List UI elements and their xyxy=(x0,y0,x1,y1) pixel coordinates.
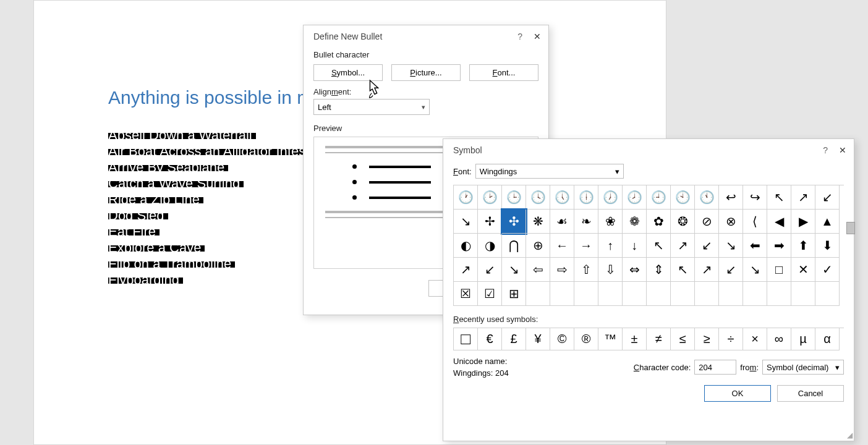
symbol-cell[interactable]: ↙ xyxy=(815,185,840,210)
symbol-cell[interactable] xyxy=(743,282,767,306)
symbol-cell[interactable] xyxy=(598,282,623,306)
symbol-cell[interactable]: ↖ xyxy=(767,185,791,210)
symbol-cell[interactable]: ☒ xyxy=(454,282,478,306)
symbol-cell[interactable]: ❁ xyxy=(623,210,647,234)
symbol-cell[interactable]: ↪ xyxy=(743,185,767,210)
alignment-select[interactable]: Left ▾ xyxy=(313,99,430,115)
symbol-cell[interactable]: ◀ xyxy=(767,210,791,234)
symbol-cell[interactable]: ◑ xyxy=(478,234,502,258)
symbol-cell[interactable]: ⊘ xyxy=(695,210,719,234)
symbol-cell[interactable] xyxy=(623,282,647,306)
recent-symbol-cell[interactable]: × xyxy=(743,328,767,350)
symbol-cell[interactable] xyxy=(671,282,695,306)
symbol-cell[interactable]: ▶ xyxy=(791,210,815,234)
symbol-cell[interactable] xyxy=(791,282,815,306)
symbol-cell[interactable] xyxy=(647,282,671,306)
symbol-cell[interactable]: ✕ xyxy=(791,258,815,282)
recent-symbol-cell[interactable]: ® xyxy=(574,328,598,350)
symbol-cell[interactable]: ☙ xyxy=(550,210,574,234)
symbol-cell[interactable]: 🕚 xyxy=(695,185,719,210)
recent-symbol-cell[interactable]: ± xyxy=(623,328,647,350)
symbol-cell[interactable]: → xyxy=(574,234,598,258)
symbol-cell[interactable] xyxy=(767,282,791,306)
symbol-cell[interactable]: ↙ xyxy=(695,234,719,258)
recent-symbol-cell[interactable]: ¥ xyxy=(526,328,550,350)
symbol-cell[interactable]: ◐ xyxy=(454,234,478,258)
symbol-cell[interactable]: ← xyxy=(550,234,574,258)
font-button[interactable]: Font... xyxy=(469,64,538,81)
symbol-cell[interactable]: ✢ xyxy=(478,210,502,234)
close-icon[interactable]: ✕ xyxy=(534,32,541,41)
symbol-cell[interactable]: ⊕ xyxy=(526,234,550,258)
symbol-button[interactable]: SSymbol...ymbol... xyxy=(313,64,383,81)
cancel-button[interactable]: Cancel xyxy=(777,385,844,402)
symbol-cell[interactable]: ⬇ xyxy=(815,234,840,258)
help-icon[interactable]: ? xyxy=(823,145,828,155)
symbol-cell[interactable]: ↑ xyxy=(598,234,623,258)
symbol-cell[interactable]: ↩ xyxy=(719,185,743,210)
from-select[interactable]: Symbol (decimal) ▾ xyxy=(762,360,844,375)
recent-symbol-cell[interactable]: £ xyxy=(502,328,526,350)
symbol-cell[interactable]: ❧ xyxy=(574,210,598,234)
symbol-cell[interactable]: ⬆ xyxy=(791,234,815,258)
symbol-cell[interactable]: ↙ xyxy=(478,258,502,282)
symbol-cell[interactable]: ⇕ xyxy=(647,258,671,282)
recent-symbol-cell[interactable]: ™ xyxy=(598,328,623,350)
symbol-cell[interactable]: ↘ xyxy=(719,234,743,258)
symbol-cell[interactable]: ↗ xyxy=(791,185,815,210)
symbol-cell[interactable]: ⬅ xyxy=(743,234,767,258)
resize-grip-icon[interactable]: ◢ xyxy=(847,431,853,439)
symbol-cell[interactable]: ↘ xyxy=(502,258,526,282)
font-select[interactable]: Wingdings ▾ xyxy=(475,164,624,179)
symbol-cell[interactable]: ↘ xyxy=(743,258,767,282)
symbol-cell[interactable]: ☑ xyxy=(478,282,502,306)
symbol-grid[interactable]: 🕐🕑🕒🕓🕔🕕🕖🕗🕘🕙🕚↩↪↖↗↙↘✢✣❋☙❧❀❁✿❂⊘⊗⟨◀▶▲◐◑⋂⊕←→↑↓… xyxy=(453,185,844,306)
symbol-cell[interactable]: ❋ xyxy=(526,210,550,234)
recent-symbol-cell[interactable]: ≤ xyxy=(671,328,695,350)
symbol-cell[interactable]: ➡ xyxy=(767,234,791,258)
recent-symbol-cell[interactable]: € xyxy=(478,328,502,350)
symbol-cell[interactable]: ⇧ xyxy=(574,258,598,282)
symbol-cell[interactable]: ↖ xyxy=(647,234,671,258)
symbol-cell[interactable]: ↘ xyxy=(454,210,478,234)
symbol-cell[interactable]: 🕙 xyxy=(671,185,695,210)
symbol-cell[interactable]: ⇨ xyxy=(550,258,574,282)
symbol-cell[interactable]: ⟨ xyxy=(743,210,767,234)
symbol-cell[interactable]: 🕕 xyxy=(574,185,598,210)
symbol-cell[interactable]: ⇦ xyxy=(526,258,550,282)
symbol-cell[interactable]: ✿ xyxy=(647,210,671,234)
recent-symbol-cell[interactable]: ≠ xyxy=(647,328,671,350)
symbol-cell[interactable]: 🕘 xyxy=(647,185,671,210)
symbol-cell[interactable]: ↗ xyxy=(695,258,719,282)
ok-button[interactable]: OK xyxy=(704,385,771,402)
help-icon[interactable]: ? xyxy=(517,32,522,41)
character-code-input[interactable]: 204 xyxy=(694,360,736,375)
symbol-cell[interactable] xyxy=(695,282,719,306)
symbol-cell[interactable]: 🕖 xyxy=(598,185,623,210)
recent-symbol-cell[interactable]: © xyxy=(550,328,574,350)
symbol-cell[interactable]: ↙ xyxy=(719,258,743,282)
symbol-cell[interactable]: □ xyxy=(767,258,791,282)
symbol-cell[interactable]: ❂ xyxy=(671,210,695,234)
symbol-cell[interactable]: ↖ xyxy=(671,258,695,282)
recent-symbols-grid[interactable]: □€£¥©®™±≠≤≥÷×∞µα xyxy=(453,328,844,350)
symbol-cell[interactable]: ❀ xyxy=(598,210,623,234)
symbol-cell[interactable]: ▲ xyxy=(815,210,840,234)
recent-symbol-cell[interactable]: ∞ xyxy=(767,328,791,350)
recent-symbol-cell[interactable]: ÷ xyxy=(719,328,743,350)
symbol-cell[interactable]: ⇩ xyxy=(598,258,623,282)
recent-symbol-cell[interactable]: µ xyxy=(791,328,815,350)
symbol-cell[interactable]: ↗ xyxy=(454,258,478,282)
symbol-cell[interactable]: ⊞ xyxy=(502,282,526,306)
symbol-cell[interactable]: ✓ xyxy=(815,258,840,282)
recent-symbol-cell[interactable]: □ xyxy=(454,328,478,350)
symbol-cell[interactable] xyxy=(719,282,743,306)
symbol-cell[interactable] xyxy=(526,282,550,306)
picture-button[interactable]: Picture... xyxy=(391,64,461,81)
symbol-cell[interactable]: 🕔 xyxy=(550,185,574,210)
symbol-cell[interactable]: ↗ xyxy=(671,234,695,258)
symbol-cell[interactable]: ✣ xyxy=(502,210,526,234)
symbol-cell[interactable] xyxy=(815,282,840,306)
symbol-cell[interactable]: 🕒 xyxy=(502,185,526,210)
scrollbar-thumb[interactable] xyxy=(846,222,855,234)
